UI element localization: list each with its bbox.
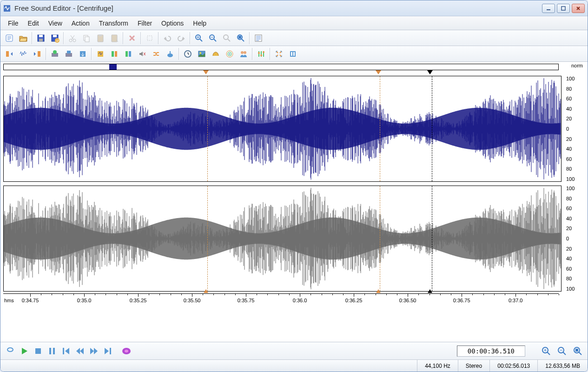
redo-button[interactable] [175,32,188,45]
status-channels: Stereo [458,360,489,372]
status-sample-rate: 44,100 Hz [417,360,458,372]
image-button[interactable] [195,47,208,60]
spectrum-button[interactable] [223,47,236,60]
effect1-button[interactable] [94,47,107,60]
svg-rect-54 [63,348,64,354]
zoom-in-transport-button[interactable] [540,345,552,357]
zoom-out-button[interactable] [206,32,219,45]
svg-rect-16 [112,35,117,42]
envelope-button[interactable] [209,47,222,60]
pitch-button[interactable] [164,47,177,60]
select-end-button[interactable] [31,47,44,60]
save-as-button[interactable] [48,32,61,45]
svg-rect-22 [238,36,241,39]
svg-point-45 [258,52,260,54]
menu-options[interactable]: Options [157,18,188,29]
forward-button[interactable] [88,345,100,357]
undo-button[interactable] [161,32,174,45]
svg-rect-29 [67,51,71,53]
norm-label: norm [571,63,583,68]
mixer-button[interactable] [255,47,268,60]
record-button[interactable] [48,47,61,60]
svg-rect-6 [39,39,43,41]
waveform-right-channel[interactable] [3,186,562,292]
close-button[interactable] [572,4,585,13]
svg-rect-35 [129,51,131,57]
waveform-left-channel[interactable] [3,76,562,182]
zoom-fit-button[interactable] [234,32,247,45]
zoom-in-button[interactable] [192,32,205,45]
window-title: Free Sound Editor - [Centrifuge] [14,4,542,12]
title-bar[interactable]: Free Sound Editor - [Centrifuge] [0,0,588,16]
svg-rect-32 [112,51,114,57]
overview-bar[interactable] [3,64,559,70]
svg-point-36 [167,53,173,57]
marker-orange-2[interactable] [376,70,381,74]
marker-orange-1[interactable] [203,70,209,74]
go-end-button[interactable] [102,345,114,357]
svg-rect-2 [562,7,565,10]
paste-button[interactable] [94,32,107,45]
copy-button[interactable] [80,32,93,45]
stop-button[interactable] [32,345,44,357]
svg-rect-28 [66,53,72,57]
marker-strip[interactable] [3,70,559,76]
overview-selection[interactable] [109,64,117,70]
markers-button[interactable] [286,47,299,60]
delete-button[interactable] [126,32,139,45]
select-start-button[interactable] [3,47,16,60]
effect3-button[interactable] [122,47,135,60]
rewind-button[interactable] [74,345,86,357]
marker-playhead[interactable] [427,70,433,74]
paste-special-button[interactable] [108,32,121,45]
properties-button[interactable] [252,32,265,45]
cursor-orange-1 [207,76,208,181]
device-button[interactable] [62,47,75,60]
menu-edit[interactable]: Edit [23,18,44,29]
mute-button[interactable] [136,47,149,60]
toolbar-main [0,30,588,46]
pause-button[interactable] [46,345,58,357]
effect2-button[interactable] [108,47,121,60]
cursor-orange-2 [380,186,380,291]
go-start-button[interactable] [60,345,72,357]
expand-button[interactable] [272,47,285,60]
shuffle-button[interactable] [150,47,163,60]
timeline-ruler[interactable]: hms 0:34.750:35.00:35.250:35.500:35.750:… [3,293,559,304]
zoom-fit-transport-button[interactable] [572,345,584,357]
menu-filter[interactable]: Filter [133,18,157,29]
maximize-button[interactable] [557,4,570,13]
svg-rect-51 [35,348,41,354]
svg-rect-61 [575,349,578,352]
save-button[interactable] [34,32,47,45]
menu-transform[interactable]: Transform [94,18,133,29]
zoom-out-transport-button[interactable] [556,345,568,357]
content-area: norm 10080604020020406080100 [0,62,588,342]
zoom-selection-button[interactable] [220,32,233,45]
svg-rect-15 [99,34,102,36]
menu-bar: File Edit View Action Transform Filter O… [0,16,588,30]
users-button[interactable] [237,47,250,60]
amplitude-button[interactable] [17,47,30,60]
cursor-playhead [432,186,432,291]
menu-view[interactable]: View [44,18,67,29]
play-button[interactable] [18,345,30,357]
new-button[interactable] [3,32,16,45]
svg-point-43 [241,51,244,54]
minimize-button[interactable] [542,4,555,13]
menu-file[interactable]: File [3,18,23,29]
menu-action[interactable]: Action [67,18,94,29]
svg-point-46 [260,54,262,56]
cursor-orange-2 [380,76,380,181]
loop-button[interactable] [4,345,16,357]
export-button[interactable] [76,47,89,60]
open-button[interactable] [17,32,30,45]
menu-help[interactable]: Help [188,18,211,29]
cut-button[interactable] [66,32,79,45]
svg-rect-52 [49,348,51,354]
crop-button[interactable] [143,32,156,45]
cursor-orange-1 [207,186,208,291]
svg-point-44 [244,51,246,54]
record-transport-button[interactable] [120,345,132,357]
clock-button[interactable] [181,47,194,60]
